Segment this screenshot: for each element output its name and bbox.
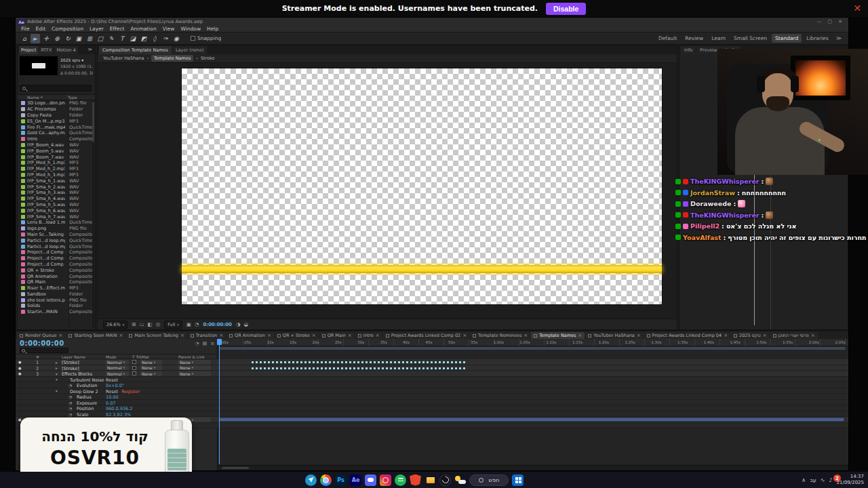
workspace-tab[interactable]: Libraries [803,34,831,43]
panel-tab[interactable]: RTFX [39,46,54,54]
disable-streamer-mode-button[interactable]: Disable [546,3,586,15]
project-item[interactable]: Copy Pasta Folder [18,113,92,119]
track-matte-select[interactable]: None [140,371,162,376]
workspace-overflow-icon[interactable]: ≫ [833,35,844,41]
close-tab-icon[interactable]: × [724,333,728,338]
viewer-timecode[interactable]: 0:00:00:00 [203,322,232,327]
parent-link-select[interactable]: None [178,371,211,376]
close-tab-icon[interactable]: × [219,333,223,338]
discord-icon[interactable] [365,474,376,486]
composition-tab[interactable]: Project Awards Linked Comp 02 × [383,332,469,339]
menu-item[interactable]: Effect [110,26,125,32]
project-item[interactable]: IYP_Boom_7.wav WAV [18,154,92,160]
project-item[interactable]: IYP_Sma_h_1.wav WAV [18,178,92,184]
workspace-tab[interactable]: Review [682,34,707,43]
trkmat-checkbox[interactable] [132,360,136,364]
project-item[interactable]: QR Animation Composition [18,273,92,279]
composition-tab[interactable]: QR + Stroke × [275,332,319,339]
snapping-toggle[interactable]: Snapping [191,35,221,41]
graph-editor-icon[interactable]: ≡ [210,341,214,346]
parent-link-select[interactable]: None [178,360,211,365]
spotify-icon[interactable] [395,474,406,486]
track-matte-select[interactable]: None [140,360,162,365]
camera-view-icon[interactable]: ▣ [186,321,191,327]
taskbar-clock[interactable]: 14:37 21/09/2025 [837,474,864,486]
minimize-icon[interactable]: — [817,19,822,24]
zoom-tool-icon[interactable]: ⊕ [52,34,62,43]
project-item[interactable]: Main Sc...Talking Composition [18,232,92,238]
resolution-select[interactable]: Full▾ [164,321,182,329]
project-item[interactable]: Particl...d loop.mp4 QuickTime [18,237,92,243]
type-tool-icon[interactable]: T [117,34,127,43]
close-tab-icon[interactable]: × [811,333,815,338]
volume-icon[interactable]: ♪ [829,477,833,483]
photoshop-icon[interactable]: Ps [335,474,347,486]
project-item[interactable]: 3D Logo...den.png PNG file [18,100,92,106]
composition-tab[interactable]: Template Nominees × [470,332,530,339]
brush-tool-icon[interactable]: ◪ [128,34,138,43]
taskbar-search[interactable]: חפש [469,474,509,486]
maximize-icon[interactable]: ▢ [828,19,833,24]
project-item[interactable]: IYP_Boom_4.wav WAV [18,142,92,148]
close-tab-icon[interactable]: × [312,333,316,338]
timeline-horizontal-scrollbar[interactable] [218,465,848,470]
microsoft-store-icon[interactable] [512,474,524,486]
draft-3d-icon[interactable]: ▤ [203,341,208,346]
timeline-row[interactable]: ◔ Evolution 0x+0.0° [16,382,848,388]
file-explorer-icon[interactable] [425,474,436,486]
breadcrumb-current[interactable]: Template Names [151,55,193,62]
project-columns-header[interactable]: Name▲ Type [18,94,95,100]
workspace-tab[interactable]: Default [655,34,680,43]
project-scrollbar[interactable] [92,100,94,328]
keyframe-segment-bar[interactable] [252,367,465,369]
language-indicator[interactable]: עב [810,477,816,483]
project-item[interactable]: IYP_Sma_h_5.wav WAV [18,202,92,208]
chat-username[interactable]: YoavAlfast [683,234,722,241]
composition-tab[interactable]: Project Awards Linked Comp 04 × [644,332,730,339]
composition-tab[interactable]: פרסי יוצרי התוכן × [770,332,818,339]
close-tab-icon[interactable]: × [267,333,271,338]
chevron-up-icon[interactable]: ∧ [802,477,806,483]
track-matte-select[interactable]: None [140,365,162,370]
menu-item[interactable]: Animation [130,26,156,32]
project-item[interactable]: Gold Co...aphy.mp4 QuickTime [18,130,92,136]
panel-overflow-icon[interactable]: ≫ [85,47,95,52]
snapshot-icon[interactable]: ◔ [195,321,199,327]
timeline-row[interactable]: ▾ Turbulent Noise Reset [16,377,848,383]
workspace-tab[interactable]: Small Screen [730,34,770,43]
chat-username[interactable]: TheKINGWhisperer [690,211,760,219]
project-item[interactable]: Riser 5...Effect.mp3 MP3 [18,285,92,291]
timeline-row[interactable]: ▾ Deep Glow 2 Reset Register [16,388,848,394]
camera-tool-icon[interactable]: ▣ [74,34,83,43]
blend-mode-select[interactable]: Normal [106,360,129,365]
timeline-row[interactable]: ◔ Exposure 0.07 [16,400,848,406]
trkmat-checkbox[interactable] [132,371,136,375]
panel-tab[interactable]: Layer (none) [172,46,207,54]
scrollbar-handle[interactable] [222,467,249,469]
composition-viewer[interactable] [98,63,677,319]
composition-canvas[interactable] [182,68,662,304]
workspace-tab[interactable]: Standard [772,34,802,43]
project-item[interactable]: Project...d Comp 04 Composition [18,262,92,268]
menu-item[interactable]: Window [181,26,201,32]
close-tab-icon[interactable]: × [376,333,380,338]
layer-duration-bar[interactable] [219,418,844,422]
shape-tool-icon[interactable]: □ [96,34,105,43]
keyframe-segment-bar[interactable] [252,361,465,363]
home-icon[interactable]: ⌂ [20,34,29,43]
composition-tab[interactable]: Template Names × [531,332,585,339]
composition-tab[interactable]: Intro × [355,332,382,339]
breadcrumb-root[interactable]: YouTuber HaShana [103,56,144,61]
composition-tab[interactable]: QR Animation × [226,332,274,339]
mask-visibility-icon[interactable]: ◧ [148,321,153,327]
close-tab-icon[interactable]: × [462,333,467,338]
timeline-ruler[interactable]: :00s05s10s15s20s25s30s35s40s45s50s55s1:0… [218,339,848,346]
composition-tab[interactable]: Transition × [188,332,226,339]
composition-tab[interactable]: YouTuber HaShana × [585,332,643,339]
timeline-row[interactable]: ● 2 ▸ [Stroke] Normal None None [16,365,848,371]
project-item[interactable]: IYP_Boom_5.wav WAV [18,148,92,154]
menu-item[interactable]: Layer [90,26,104,32]
close-tab-icon[interactable]: × [180,333,184,338]
close-tab-icon[interactable]: × [348,333,352,338]
panel-tab[interactable]: Info [681,46,696,54]
